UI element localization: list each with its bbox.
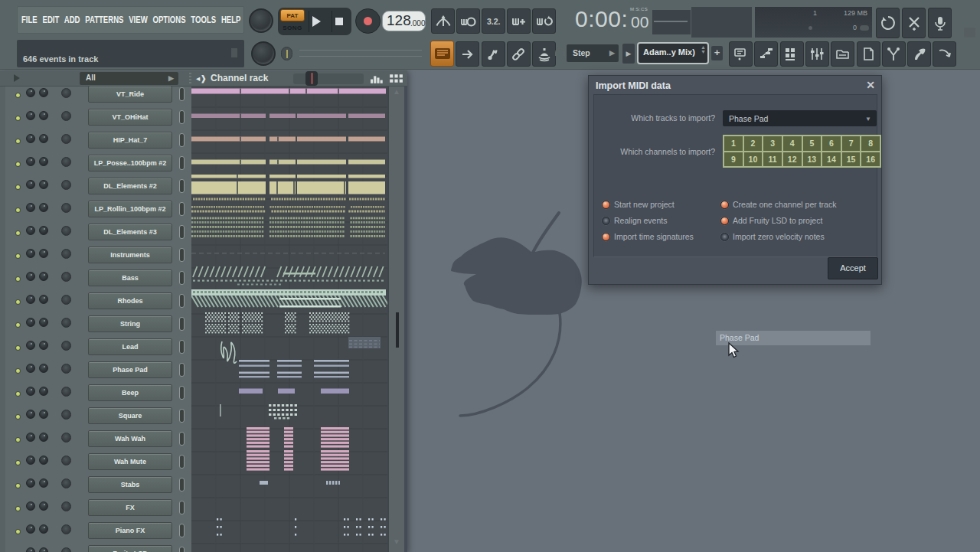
svg-text:3.2.: 3.2.	[487, 17, 501, 26]
